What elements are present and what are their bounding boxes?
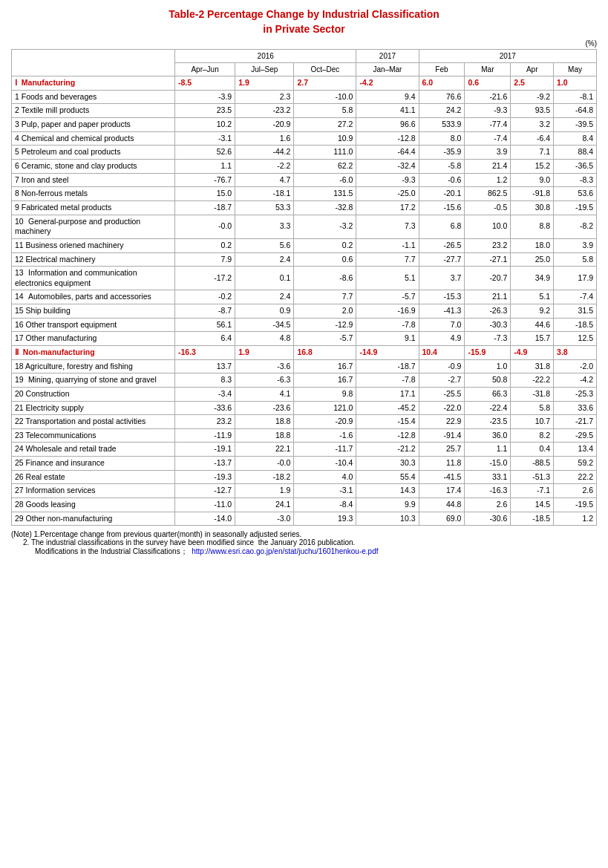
data-cell: -14.9 (356, 346, 419, 360)
data-cell: -8.1 (554, 90, 597, 104)
data-cell: -20.1 (419, 187, 465, 201)
row-label: 28 Goods leasing (12, 498, 175, 512)
data-cell: 6.8 (419, 215, 465, 238)
data-cell: -3.9 (175, 90, 235, 104)
data-cell: 6.4 (175, 332, 235, 346)
data-cell: -4.9 (511, 346, 554, 360)
data-cell: 131.5 (294, 187, 356, 201)
data-row: 28 Goods leasing-11.024.1-8.49.944.82.61… (12, 498, 597, 512)
data-cell: -8.4 (294, 498, 356, 512)
data-cell: 1.1 (175, 160, 235, 174)
data-cell: -3.4 (175, 387, 235, 401)
data-cell: 7.0 (419, 318, 465, 332)
data-cell: -15.3 (419, 290, 465, 304)
data-cell: 1.0 (554, 76, 597, 91)
year-2017m-header: 2017 (419, 50, 597, 63)
data-cell: -15.0 (465, 457, 511, 471)
data-cell: 7.9 (175, 252, 235, 267)
data-cell: 15.2 (511, 160, 554, 174)
data-cell: 1.9 (235, 346, 294, 360)
data-cell: -26.5 (419, 238, 465, 252)
data-cell: 1.2 (465, 173, 511, 187)
data-cell: 69.0 (419, 512, 465, 526)
note-2: 2. The industrial classifications in the… (11, 538, 597, 546)
data-cell: 25.7 (419, 443, 465, 457)
data-cell: 10.2 (175, 118, 235, 132)
data-cell: 30.3 (356, 457, 419, 471)
data-cell: -12.8 (356, 428, 419, 443)
data-cell: -22.2 (511, 373, 554, 388)
data-cell: -5.8 (419, 160, 465, 174)
data-cell: 56.1 (175, 318, 235, 332)
data-cell: 2.7 (294, 76, 356, 91)
data-cell: 14.3 (356, 484, 419, 498)
section-row: Ⅰ Manufacturing-8.51.92.7-4.26.00.62.51.… (12, 76, 597, 91)
data-cell: -77.4 (465, 118, 511, 132)
data-cell: -29.5 (554, 428, 597, 443)
data-cell: 33.1 (465, 470, 511, 484)
data-cell: 14.5 (511, 498, 554, 512)
data-cell: -9.3 (356, 173, 419, 187)
data-cell: 19.3 (294, 512, 356, 526)
data-cell: -0.6 (419, 173, 465, 187)
data-cell: 3.3 (235, 215, 294, 238)
data-cell: 9.8 (294, 387, 356, 401)
data-cell: 1.2 (554, 512, 597, 526)
data-cell: -7.8 (356, 318, 419, 332)
data-cell: -11.7 (294, 443, 356, 457)
data-cell: -33.6 (175, 401, 235, 415)
data-cell: -36.5 (554, 160, 597, 174)
data-cell: -6.3 (235, 373, 294, 388)
data-cell: 4.0 (294, 470, 356, 484)
data-cell: -27.1 (465, 252, 511, 267)
data-cell: 8.4 (554, 131, 597, 146)
data-cell: 2.6 (465, 498, 511, 512)
data-cell: -3.1 (175, 131, 235, 146)
data-cell: 2.5 (511, 76, 554, 91)
section-row: Ⅱ Non-manufacturing-16.31.916.8-14.910.4… (12, 346, 597, 360)
row-label: 24 Wholesale and retail trade (12, 443, 175, 457)
data-cell: 5.1 (356, 267, 419, 290)
data-cell: 3.9 (465, 146, 511, 160)
data-cell: -23.2 (235, 104, 294, 118)
section-label: Ⅰ Manufacturing (12, 76, 175, 91)
data-row: 1 Foods and beverages-3.92.3-10.09.476.6… (12, 90, 597, 104)
data-cell: -25.5 (419, 387, 465, 401)
data-cell: -39.5 (554, 118, 597, 132)
row-label: 21 Electricity supply (12, 401, 175, 415)
data-cell: 2.0 (294, 304, 356, 319)
data-cell: 0.2 (175, 238, 235, 252)
data-row: 18 Agriculture, forestry and fishing13.7… (12, 359, 597, 373)
data-row: 3 Pulp, paper and paper products10.2-20.… (12, 118, 597, 132)
data-cell: -3.6 (235, 359, 294, 373)
row-label: 2 Textile mill products (12, 104, 175, 118)
data-cell: 2.3 (235, 90, 294, 104)
data-cell: -18.5 (511, 512, 554, 526)
data-cell: 34.9 (511, 267, 554, 290)
data-cell: -51.3 (511, 470, 554, 484)
data-cell: 8.0 (419, 131, 465, 146)
data-row: 4 Chemical and chemical products-3.11.61… (12, 131, 597, 146)
data-cell: -7.4 (554, 290, 597, 304)
data-cell: -76.7 (175, 173, 235, 187)
data-cell: 13.4 (554, 443, 597, 457)
data-cell: 9.4 (356, 90, 419, 104)
data-cell: -23.5 (465, 415, 511, 429)
data-cell: -22.4 (465, 401, 511, 415)
data-row: 12 Electrical machinery7.92.40.67.7-27.7… (12, 252, 597, 267)
data-cell: -6.0 (294, 173, 356, 187)
data-cell: -23.6 (235, 401, 294, 415)
data-cell: 22.9 (419, 415, 465, 429)
data-cell: -30.3 (465, 318, 511, 332)
data-cell: 7.7 (294, 290, 356, 304)
data-row: 16 Other transport equipment56.1-34.5-12… (12, 318, 597, 332)
data-cell: -19.5 (554, 200, 597, 215)
data-cell: -18.5 (554, 318, 597, 332)
data-cell: -3.1 (294, 484, 356, 498)
page-title: Table-2 Percentage Change by Industrial … (11, 7, 597, 36)
data-cell: 0.9 (235, 304, 294, 319)
data-cell: 22.1 (235, 443, 294, 457)
data-row: 21 Electricity supply-33.6-23.6121.0-45.… (12, 401, 597, 415)
data-cell: -45.2 (356, 401, 419, 415)
data-cell: 23.2 (465, 238, 511, 252)
